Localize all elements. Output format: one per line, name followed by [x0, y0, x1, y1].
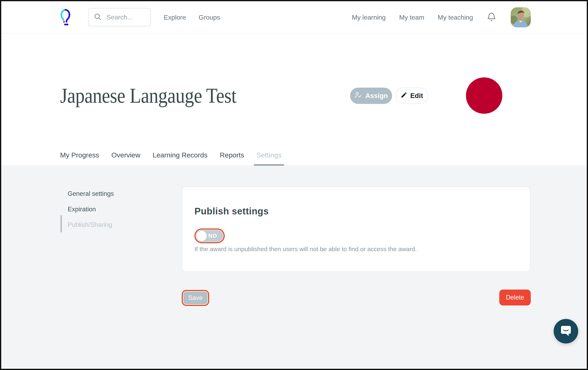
pencil-icon	[400, 91, 408, 100]
settings-nav-publish-sharing[interactable]: Publish/Sharing	[68, 221, 114, 229]
tab-my-progress[interactable]: My Progress	[60, 148, 99, 165]
search-box[interactable]	[88, 8, 151, 26]
settings-nav-active-indicator	[61, 215, 62, 232]
edit-button-label: Edit	[410, 92, 423, 100]
settings-nav: General settings Expiration Publish/Shar…	[68, 190, 114, 237]
save-button[interactable]: Save	[183, 292, 208, 304]
award-header: Japanese Langauge Test Assign	[1, 33, 587, 148]
edit-button[interactable]: Edit	[395, 88, 428, 104]
tab-overview[interactable]: Overview	[111, 148, 140, 165]
publish-settings-heading: Publish settings	[194, 206, 269, 217]
chat-launcher[interactable]	[554, 319, 578, 343]
avatar[interactable]	[511, 7, 531, 27]
tab-reports[interactable]: Reports	[220, 148, 244, 165]
nav-link-my-teaching[interactable]: My teaching	[438, 14, 473, 21]
settings-content: General settings Expiration Publish/Shar…	[1, 166, 587, 369]
nav-link-my-learning[interactable]: My learning	[352, 14, 386, 21]
publish-settings-card: Publish settings NO If the award is unpu…	[182, 186, 530, 272]
assign-button[interactable]: Assign	[350, 88, 392, 104]
toggle-state-label: NO	[208, 233, 217, 239]
notification-bell-icon[interactable]	[487, 12, 496, 23]
publish-toggle[interactable]: NO	[194, 229, 225, 243]
top-navbar: Explore Groups My learning My team My te…	[1, 1, 587, 33]
tab-bar: My Progress Overview Learning Records Re…	[1, 148, 587, 166]
tab-learning-records[interactable]: Learning Records	[153, 148, 208, 165]
lightbulb-logo-icon[interactable]	[60, 7, 71, 28]
search-input[interactable]	[106, 13, 147, 21]
chat-bubble-icon	[559, 324, 572, 338]
account-nav: My learning My team My teaching	[352, 1, 531, 33]
toggle-knob	[197, 231, 207, 241]
nav-link-explore[interactable]: Explore	[164, 14, 186, 21]
primary-nav: Explore Groups	[164, 1, 220, 33]
nav-link-my-team[interactable]: My team	[399, 14, 424, 21]
settings-nav-general[interactable]: General settings	[68, 190, 114, 198]
person-check-icon	[354, 91, 362, 100]
tab-settings[interactable]: Settings	[256, 148, 282, 165]
page-title: Japanese Langauge Test	[60, 85, 236, 106]
search-icon	[94, 12, 102, 22]
settings-nav-expiration[interactable]: Expiration	[68, 206, 114, 213]
assign-button-label: Assign	[365, 92, 388, 100]
publish-description: If the award is unpublished then users w…	[194, 246, 417, 253]
award-badge-image	[466, 77, 502, 114]
nav-link-groups[interactable]: Groups	[199, 14, 220, 21]
page: Explore Groups My learning My team My te…	[0, 0, 588, 370]
delete-button[interactable]: Delete	[499, 290, 531, 305]
hero-actions: Assign Edit	[350, 88, 428, 104]
